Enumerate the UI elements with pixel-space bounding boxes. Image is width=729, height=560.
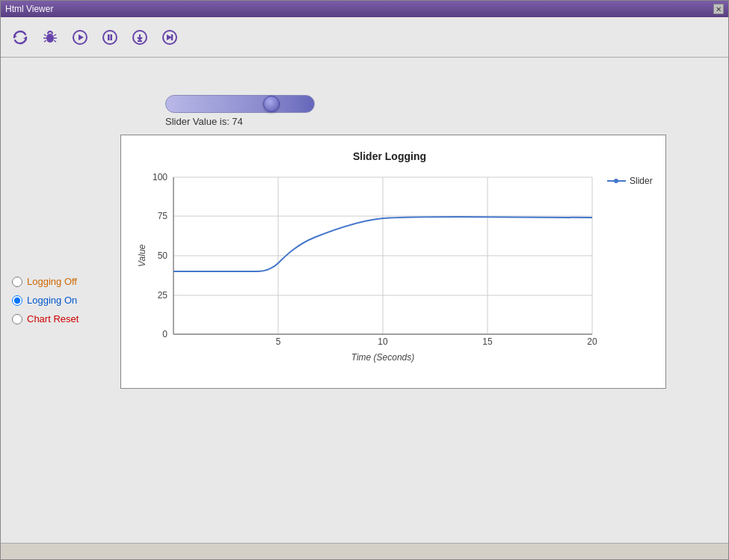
svg-text:20: 20: [587, 336, 597, 347]
chart-reset-input[interactable]: [12, 314, 22, 324]
chart-title: Slider Logging: [136, 150, 643, 162]
svg-text:100: 100: [153, 172, 167, 182]
chart-svg: 100 75 50 25 0 5 10 15 20 Value Time (Se…: [136, 170, 637, 372]
logging-off-label: Logging Off: [27, 276, 77, 287]
svg-rect-10: [108, 34, 110, 40]
forward-button[interactable]: [156, 24, 183, 51]
toolbar: [1, 17, 728, 58]
download-button[interactable]: [126, 24, 153, 51]
chart-container: Slider Logging: [120, 135, 666, 389]
left-panel: Logging Off Logging On Chart Reset: [1, 58, 120, 543]
svg-line-4: [54, 34, 56, 36]
logging-on-radio[interactable]: Logging On: [12, 295, 109, 306]
svg-text:0: 0: [162, 329, 167, 339]
svg-text:15: 15: [482, 336, 493, 347]
status-bar: [1, 543, 728, 559]
refresh-button[interactable]: [7, 24, 34, 51]
content-area: Logging Off Logging On Chart Reset Slide…: [1, 58, 728, 543]
title-bar: Html Viewer ✕: [1, 1, 728, 17]
svg-line-1: [44, 34, 46, 36]
svg-text:5: 5: [276, 336, 281, 347]
value-slider[interactable]: [165, 95, 315, 113]
svg-line-3: [44, 40, 46, 42]
svg-point-9: [103, 31, 117, 44]
logging-on-label: Logging On: [27, 295, 77, 306]
logging-off-radio[interactable]: Logging Off: [12, 276, 109, 287]
svg-text:10: 10: [378, 336, 388, 347]
svg-text:25: 25: [158, 290, 168, 301]
window-title: Html Viewer: [5, 4, 53, 14]
svg-line-6: [54, 40, 56, 42]
bug-button[interactable]: [37, 24, 64, 51]
svg-text:75: 75: [158, 211, 168, 221]
slider-container: Slider Value is: 74: [165, 95, 315, 127]
logging-off-input[interactable]: [12, 277, 22, 287]
svg-point-0: [46, 34, 54, 43]
svg-text:Value: Value: [137, 244, 147, 267]
pause-button[interactable]: [96, 24, 123, 51]
radio-group: Logging Off Logging On Chart Reset: [12, 276, 109, 324]
svg-text:Time (Seconds): Time (Seconds): [351, 352, 415, 363]
title-bar-left: Html Viewer: [5, 4, 53, 14]
play-button[interactable]: [67, 24, 93, 51]
logging-on-input[interactable]: [12, 295, 22, 306]
svg-rect-11: [111, 34, 113, 40]
svg-marker-8: [79, 34, 84, 40]
chart-reset-label: Chart Reset: [27, 313, 79, 324]
main-window: Html Viewer ✕: [0, 0, 729, 560]
svg-text:50: 50: [158, 250, 168, 261]
slider-value-label: Slider Value is: 74: [165, 116, 243, 127]
chart-reset-radio[interactable]: Chart Reset: [12, 313, 109, 324]
main-content: Slider Value is: 74 Slider Logging: [120, 58, 728, 543]
svg-text:Slider: Slider: [630, 176, 653, 186]
close-button[interactable]: ✕: [713, 4, 724, 14]
svg-point-42: [614, 179, 618, 183]
